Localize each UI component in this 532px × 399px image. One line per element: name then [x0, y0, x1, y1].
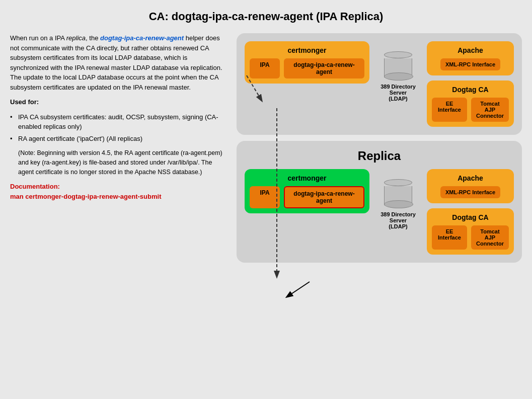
intro-text2: , the — [86, 34, 98, 42]
bottom-dogtag-title: Dogtag CA — [432, 213, 509, 221]
cyl-top-b — [384, 179, 412, 186]
top-ipa-agent: IPA — [250, 58, 280, 78]
cyl-body — [384, 58, 412, 77]
top-apache-box: Apache XML-RPC Interface — [427, 41, 514, 75]
left-panel: When run on a IPA replica, the dogtag-ip… — [10, 33, 226, 201]
top-dogtag-items: EE Interface Tomcat AJP Connector — [432, 98, 509, 122]
top-xmlrpc: XML-RPC Interface — [440, 58, 500, 70]
bottom-certmonger-agents: IPA dogtag-ipa-ca-renew-agent — [250, 186, 364, 208]
replica-label: Replica — [245, 149, 514, 163]
cyl-top — [384, 51, 412, 58]
top-dogtag-box: Dogtag CA EE Interface Tomcat AJP Connec… — [427, 81, 514, 127]
bottom-ipa-agent: IPA — [250, 186, 280, 208]
page-title: CA: dogtag-ipa-ca-renew-agent (IPA Repli… — [149, 10, 384, 23]
top-ldap: 389 Directory Server (LDAP) — [375, 51, 421, 102]
doc-label: Documentation: — [10, 183, 60, 190]
used-for-label: Used for: — [10, 97, 226, 107]
agent-link: dogtag-ipa-ca-renew-agent — [100, 34, 184, 42]
bottom-right-boxes: Apache XML-RPC Interface Dogtag CA EE In… — [427, 169, 514, 255]
cyl-body-b — [384, 186, 412, 205]
top-apache-items: XML-RPC Interface — [432, 58, 509, 70]
bottom-tomcat-connector: Tomcat AJP Connector — [471, 225, 509, 250]
bottom-dogtag-box: Dogtag CA EE Interface Tomcat AJP Connec… — [427, 208, 514, 255]
top-certmonger-agents: IPA dogtag-ipa-ca-renew-agent — [250, 58, 364, 78]
bottom-ldap: 389 Directory Server (LDAP) — [375, 179, 421, 229]
bottom-inner: certmonger IPA dogtag-ipa-ca-renew-agent… — [245, 169, 514, 255]
note-text: (Note: Beginning with version 4.5, the R… — [18, 148, 226, 177]
doc-link: man certmonger-dogtag-ipa-renew-agent-su… — [10, 193, 161, 200]
top-dogtag-title: Dogtag CA — [432, 86, 509, 94]
bottom-section: Replica certmonger IPA dogtag-ipa-ca-ren… — [237, 141, 522, 263]
top-tomcat-connector: Tomcat AJP Connector — [471, 98, 509, 122]
bottom-apache-box: Apache XML-RPC Interface — [427, 169, 514, 203]
doc-section: Documentation: man certmonger-dogtag-ipa… — [10, 182, 226, 201]
bottom-certmonger-box: certmonger IPA dogtag-ipa-ca-renew-agent — [245, 169, 369, 213]
intro-text: When run on a IPA — [10, 34, 66, 42]
top-dogtag-agent: dogtag-ipa-ca-renew-agent — [284, 58, 364, 78]
bullet-item-1: IPA CA subsystem certificates: audit, OC… — [10, 112, 226, 132]
top-ldap-label: 389 Directory Server (LDAP) — [381, 84, 416, 102]
top-cylinder-icon — [384, 51, 412, 77]
body-text: helper does not communicate with the CA … — [10, 34, 222, 91]
intro-italic: replica — [66, 34, 86, 42]
bottom-dogtag-agent: dogtag-ipa-ca-renew-agent — [284, 186, 364, 208]
top-right-boxes: Apache XML-RPC Interface Dogtag CA EE In… — [427, 41, 514, 127]
bottom-ldap-label: 389 Directory Server (LDAP) — [381, 211, 416, 229]
top-certmonger-title: certmonger — [250, 46, 364, 54]
top-ee-interface: EE Interface — [432, 98, 467, 122]
bottom-dogtag-items: EE Interface Tomcat AJP Connector — [432, 225, 509, 250]
top-apache-title: Apache — [432, 46, 509, 54]
bottom-xmlrpc: XML-RPC Interface — [440, 186, 500, 198]
bullet-item-2: RA agent certificate ('ipaCert') (All re… — [10, 134, 226, 144]
bottom-cert-to-ldap-arrow — [287, 282, 310, 297]
bottom-cylinder-icon — [384, 179, 412, 205]
right-panel: certmonger IPA dogtag-ipa-ca-renew-agent… — [237, 33, 522, 263]
bullet-list: IPA CA subsystem certificates: audit, OC… — [10, 112, 226, 144]
bottom-apache-title: Apache — [432, 174, 509, 182]
bottom-certmonger-title: certmonger — [250, 174, 364, 182]
top-section: certmonger IPA dogtag-ipa-ca-renew-agent… — [237, 33, 522, 135]
top-certmonger-box: certmonger IPA dogtag-ipa-ca-renew-agent — [245, 41, 369, 84]
bottom-ee-interface: EE Interface — [432, 225, 467, 250]
bottom-apache-items: XML-RPC Interface — [432, 186, 509, 198]
